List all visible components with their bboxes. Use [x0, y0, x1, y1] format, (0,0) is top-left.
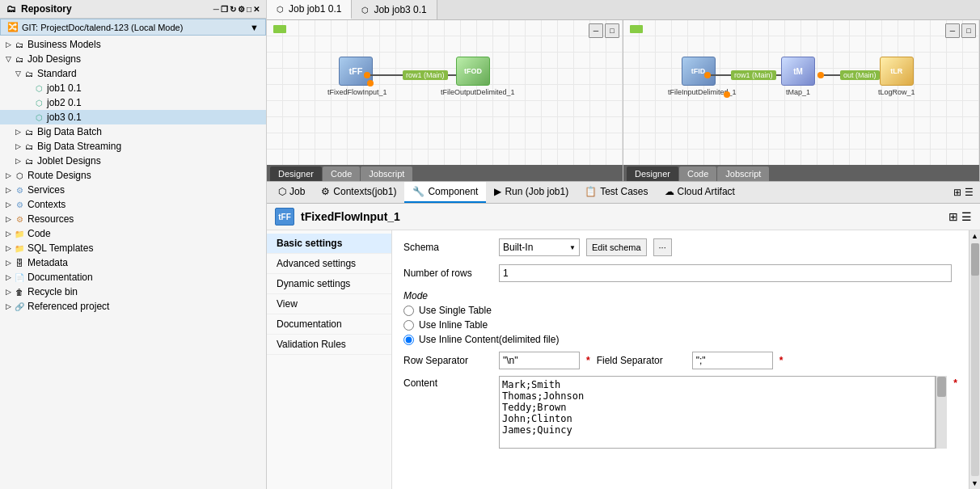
canvas-collapse-btn[interactable]: ─ [589, 23, 603, 38]
row-separator-input[interactable] [499, 352, 580, 369]
restore-icon[interactable]: ❐ [221, 5, 228, 14]
panel-grid-icon[interactable]: ⊞ [953, 187, 961, 198]
sidebar-item-job-designs[interactable]: ▽ 🗂 Job Designs [0, 52, 266, 66]
component-label-tLogRow1: tLogRow_1 [878, 88, 915, 96]
tab-run[interactable]: ▶ Run (Job job1) [486, 182, 577, 203]
component-tLogRow1[interactable]: tLR tLogRow_1 [878, 57, 915, 96]
mini-indicator-3 [630, 25, 643, 33]
nav-validation-rules[interactable]: Validation Rules [267, 335, 391, 355]
number-of-rows-input[interactable] [499, 264, 952, 282]
standard-icon: 🗂 [23, 67, 36, 80]
tab-contexts[interactable]: ⚙ Contexts(job1) [313, 182, 404, 203]
content-row: Content Mark;Smith Thomas;Johnson Teddy;… [403, 376, 957, 449]
mode-inline-content[interactable]: Use Inline Content(delimited file) [403, 334, 957, 345]
contexts-icon: ⚙ [13, 198, 26, 211]
tab-component-label: Component [428, 186, 478, 197]
nav-advanced-settings[interactable]: Advanced settings [267, 254, 391, 274]
job-canvases: ─ □ tFF tFixedFlowInput_1 [267, 20, 980, 182]
number-of-rows-label: Number of rows [403, 268, 492, 279]
sidebar-item-big-data-batch[interactable]: ▷ 🗂 Big Data Batch [0, 124, 266, 139]
tab-cloud-artifact[interactable]: ☁ Cloud Artifact [657, 182, 743, 203]
sidebar-item-services[interactable]: ▷ ⚙ Services [0, 183, 266, 197]
edit-schema-dots-button[interactable]: ··· [653, 238, 672, 256]
nav-dynamic-settings[interactable]: Dynamic settings [267, 274, 391, 294]
designer-tab-designer[interactable]: Designer [270, 167, 322, 181]
git-bar[interactable]: 🔀 GIT: ProjectDoc/talend-123 (Local Mode… [0, 19, 266, 36]
title-grid-view-icon[interactable]: ⊞ [948, 210, 958, 223]
designer-tab-code[interactable]: Code [323, 167, 360, 181]
job3-tab[interactable]: ⬡ Job job3 0.1 [352, 0, 437, 19]
mode-inline-table-radio[interactable] [403, 320, 414, 331]
expand-arrow: ▷ [3, 40, 13, 48]
scroll-down-arrow[interactable]: ▼ [969, 478, 980, 489]
scroll-track[interactable] [971, 243, 979, 476]
sidebar-item-standard[interactable]: ▽ 🗂 Standard [0, 66, 266, 81]
title-list-view-icon[interactable]: ☰ [961, 210, 972, 223]
mode-single-table-label: Use Single Table [419, 305, 492, 316]
nav-documentation[interactable]: Documentation [267, 314, 391, 335]
expand-arrow: ▷ [3, 171, 13, 179]
code-icon: 📁 [13, 227, 26, 240]
designer-tab-code-3[interactable]: Code [679, 167, 716, 181]
component-tMap1[interactable]: tM tMap_1 [781, 57, 815, 96]
maximize-icon[interactable]: □ [247, 5, 251, 14]
component-tFileOutputDelimited1[interactable]: tFOD tFileOutputDelimited_1 [441, 57, 505, 96]
component-title: tFixedFlowInput_1 [301, 210, 400, 223]
expand-arrow: ▷ [3, 244, 13, 252]
designer-tab-designer-3[interactable]: Designer [627, 167, 678, 181]
expand-arrow: ▷ [3, 259, 13, 267]
designer-tab-jobscript[interactable]: Jobscript [361, 167, 412, 181]
sync-icon[interactable]: ↻ [230, 5, 236, 14]
sidebar-item-contexts[interactable]: ▷ ⚙ Contexts [0, 197, 266, 212]
component-tabs: ⬡ Job ⚙ Contexts(job1) 🔧 Component ▶ Run… [267, 182, 980, 204]
tab-test-cases[interactable]: 📋 Test Cases [577, 182, 656, 203]
schema-dropdown[interactable]: Built-In ▼ [499, 238, 580, 256]
expand-arrow: ▷ [3, 288, 13, 296]
business-models-icon: 🗂 [13, 38, 26, 51]
sidebar-item-code[interactable]: ▷ 📁 Code [0, 226, 266, 241]
sidebar-item-job3[interactable]: ⬡ job3 0.1 [0, 110, 266, 124]
mode-single-table-radio[interactable] [403, 306, 414, 316]
content-textarea[interactable]: Mark;Smith Thomas;Johnson Teddy;Brown Jo… [499, 376, 936, 449]
sidebar-item-recycle-bin[interactable]: ▷ 🗑 Recycle bin [0, 285, 266, 299]
canvas-expand-btn-3[interactable]: □ [961, 23, 976, 38]
panel-list-icon[interactable]: ☰ [965, 187, 974, 198]
sidebar-item-job1[interactable]: ⬡ job1 0.1 [0, 81, 266, 95]
tab-job[interactable]: ⬡ Job [270, 182, 313, 203]
minimize-icon[interactable]: ─ [213, 5, 219, 14]
job-tabs-bar: ⬡ Job job1 0.1 ⬡ Job job3 0.1 [267, 0, 980, 20]
tab-job-label: Job [289, 186, 305, 197]
mode-inline-table[interactable]: Use Inline Table [403, 319, 957, 331]
sidebar-item-sql-templates[interactable]: ▷ 📁 SQL Templates [0, 241, 266, 255]
canvas-collapse-btn-3[interactable]: ─ [945, 23, 960, 38]
edit-schema-button[interactable]: Edit schema [586, 238, 647, 256]
scroll-up-arrow[interactable]: ▲ [969, 230, 980, 242]
sidebar-item-documentation[interactable]: ▷ 📄 Documentation [0, 270, 266, 285]
sidebar-item-resources[interactable]: ▷ ⚙ Resources [0, 212, 266, 226]
field-separator-input[interactable] [692, 352, 773, 369]
close-icon[interactable]: ✕ [253, 5, 260, 14]
sidebar-item-metadata[interactable]: ▷ 🗄 Metadata [0, 255, 266, 270]
nav-basic-settings[interactable]: Basic settings [267, 234, 391, 254]
tab-component[interactable]: 🔧 Component [404, 182, 486, 203]
sidebar-item-joblet-designs[interactable]: ▷ 🗂 Joblet Designs [0, 154, 266, 168]
repository-icon: 🗂 [6, 3, 16, 15]
settings-icon[interactable]: ⚙ [238, 5, 245, 14]
mode-inline-content-radio[interactable] [403, 335, 414, 345]
sidebar-item-route-designs[interactable]: ▷ ⬡ Route Designs [0, 168, 266, 183]
job1-tab[interactable]: ⬡ Job job1 0.1 [267, 0, 352, 19]
content-scrollbar[interactable] [936, 376, 947, 449]
sidebar-item-job2[interactable]: ⬡ job2 0.1 [0, 95, 266, 110]
recycle-bin-icon: 🗑 [13, 285, 26, 298]
sidebar-item-business-models[interactable]: ▷ 🗂 Business Models [0, 37, 266, 52]
right-scrollbar[interactable]: ▲ ▼ [969, 230, 980, 489]
documentation-icon: 📄 [13, 271, 26, 284]
canvas-expand-btn[interactable]: □ [605, 23, 619, 38]
sidebar-item-referenced-project[interactable]: ▷ 🔗 Referenced project [0, 299, 266, 314]
job3-canvas[interactable]: ─ □ tFID tFileInputDelimited_1 [623, 20, 980, 181]
nav-view[interactable]: View [267, 294, 391, 314]
sidebar-item-big-data-streaming[interactable]: ▷ 🗂 Big Data Streaming [0, 139, 266, 154]
designer-tab-jobscript-3[interactable]: Jobscript [717, 167, 769, 181]
mode-single-table[interactable]: Use Single Table [403, 305, 957, 316]
job1-canvas[interactable]: ─ □ tFF tFixedFlowInput_1 [267, 20, 623, 181]
